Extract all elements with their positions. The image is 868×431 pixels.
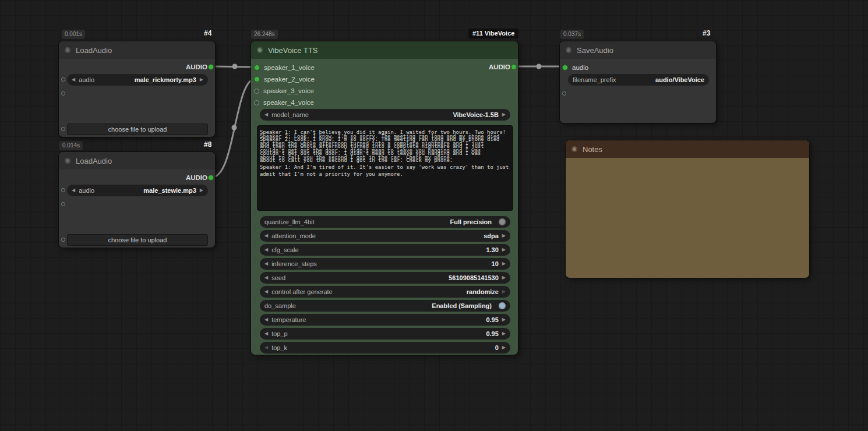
link-midpoint-dot[interactable] [232, 64, 238, 69]
increment-arrow-icon[interactable]: ▶ [502, 262, 506, 266]
widget-value: Full precision [450, 218, 492, 225]
input-socket-speaker-1[interactable] [254, 65, 260, 70]
node-titlebar[interactable]: SaveAudio [560, 41, 716, 59]
increment-arrow-icon[interactable]: ▶ [502, 317, 506, 322]
decrement-arrow-icon[interactable]: ◀ [264, 345, 268, 350]
widget-input-socket[interactable] [562, 91, 566, 96]
input-label: speaker_1_voice [264, 64, 315, 71]
decrement-arrow-icon[interactable]: ◀ [264, 289, 268, 294]
widget-value: sdpa [484, 232, 499, 239]
widget-audio[interactable]: ◀ audio male_stewie.mp3 ▶ [67, 185, 208, 196]
decrement-arrow-icon[interactable]: ◀ [264, 248, 268, 252]
node-saveaudio-3[interactable]: SaveAudio audio filename_prefix audio/Vi… [559, 41, 717, 123]
widget-filename-prefix[interactable]: filename_prefix audio/VibeVoice [568, 74, 709, 86]
node-status-icon [571, 146, 577, 152]
widget-top-p[interactable]: ◀ top_p 0.95 ▶ [260, 328, 510, 340]
increment-arrow-icon[interactable]: ▶ [502, 248, 506, 252]
toggle-on-icon[interactable] [499, 302, 506, 309]
output-label-audio: AUDIO [186, 172, 207, 183]
decrement-arrow-icon[interactable]: ◀ [264, 275, 268, 280]
input-socket-speaker-2[interactable] [254, 76, 260, 82]
output-socket-audio[interactable] [208, 175, 214, 181]
widget-input-socket[interactable] [61, 202, 65, 206]
widget-value: 0.95 [486, 316, 498, 323]
textarea-garbled-region: Speaker 2: Look, I know, I'm so sorry. T… [260, 136, 510, 164]
script-textarea[interactable]: Speaker 1: I can't believe you did it ag… [257, 125, 513, 211]
toggle-off-icon[interactable] [499, 218, 506, 225]
link-midpoint-dot[interactable] [232, 125, 237, 130]
node-titlebar[interactable]: LoadAudio [59, 152, 215, 169]
input-socket-speaker-3[interactable] [254, 89, 259, 94]
input-speaker-4-voice: speaker_4_voice [254, 97, 314, 108]
increment-arrow-icon[interactable]: ▶ [200, 77, 203, 82]
node-titlebar[interactable]: VibeVoice TTS [251, 41, 518, 59]
input-label: speaker_2_voice [264, 76, 315, 83]
increment-arrow-icon[interactable]: ▶ [502, 275, 506, 280]
widget-quantize-llm-4bit[interactable]: quantize_llm_4bit Full precision [260, 216, 510, 228]
widget-do-sample[interactable]: do_sample Enabled (Sampling) [260, 300, 510, 312]
decrement-arrow-icon[interactable]: ◀ [264, 112, 268, 117]
input-socket-speaker-4[interactable] [254, 100, 259, 105]
output-socket-audio[interactable] [511, 64, 517, 70]
link-midpoint-dot[interactable] [537, 64, 542, 69]
widget-label: do_sample [264, 302, 296, 309]
widget-control-after-generate[interactable]: ◀ control after generate randomize ▶ [260, 286, 510, 298]
widget-input-socket[interactable] [61, 188, 65, 192]
decrement-arrow-icon[interactable]: ◀ [264, 262, 268, 266]
decrement-arrow-icon[interactable]: ◀ [264, 234, 268, 238]
link-loadaudio8-to-speaker2[interactable] [212, 79, 256, 177]
decrement-arrow-icon[interactable]: ◀ [264, 317, 268, 322]
node-titlebar[interactable]: Notes [566, 140, 809, 158]
increment-arrow-icon[interactable]: ▶ [502, 289, 506, 294]
increment-arrow-icon[interactable]: ▶ [502, 234, 506, 238]
widget-model-name[interactable]: ◀ model_name VibeVoice-1.5B ▶ [260, 109, 510, 121]
widget-input-socket[interactable] [61, 238, 65, 242]
output-label-audio: AUDIO [489, 61, 510, 73]
link-loadaudio4-to-speaker1[interactable] [212, 66, 256, 67]
widget-value: 0 [495, 344, 499, 351]
widget-inference-steps[interactable]: ◀ inference_steps 10 ▶ [260, 258, 510, 270]
node-loadaudio-8[interactable]: LoadAudio AUDIO ◀ audio male_stewie.mp3 … [58, 151, 216, 248]
widget-label: cfg_scale [271, 246, 298, 253]
widget-audio[interactable]: ◀ audio male_rickmorty.mp3 ▶ [67, 74, 208, 86]
widget-seed[interactable]: ◀ seed 56109085141530 ▶ [260, 272, 510, 284]
widget-value: randomize [467, 288, 499, 295]
choose-file-button[interactable]: choose file to upload [67, 123, 208, 135]
increment-arrow-icon[interactable]: ▶ [200, 188, 203, 193]
input-label: audio [572, 64, 588, 71]
widget-input-socket[interactable] [61, 77, 65, 82]
increment-arrow-icon[interactable]: ▶ [502, 112, 506, 117]
widget-attention-mode[interactable]: ◀ attention_mode sdpa ▶ [260, 230, 510, 242]
node-titlebar[interactable]: LoadAudio [59, 41, 215, 59]
input-speaker-3-voice: speaker_3_voice [254, 85, 314, 97]
widget-temperature[interactable]: ◀ temperature 0.95 ▶ [260, 314, 510, 326]
widget-input-socket[interactable] [61, 127, 65, 131]
execution-time-badge: 0.001s [62, 30, 85, 39]
widget-value: male_rickmorty.mp3 [135, 76, 196, 83]
output-socket-audio[interactable] [208, 64, 214, 70]
execution-time-badge: 26.248s [251, 30, 278, 39]
input-socket-audio[interactable] [562, 65, 568, 70]
widget-label: top_p [271, 330, 288, 337]
increment-arrow-icon[interactable]: ▶ [502, 331, 506, 336]
node-vibevoice-tts-11[interactable]: VibeVoice TTS speaker_1_voice speaker_2_… [250, 41, 518, 355]
decrement-arrow-icon[interactable]: ◀ [72, 188, 75, 193]
widget-input-socket[interactable] [61, 91, 65, 96]
widget-label: audio [79, 76, 94, 83]
node-title: VibeVoice TTS [268, 46, 318, 55]
decrement-arrow-icon[interactable]: ◀ [72, 77, 75, 82]
canvas[interactable]: 0.001s #4 0.014s #8 26.248s #11 VibeVoic… [0, 0, 868, 431]
textarea-line: Speaker 1: And I'm tired of it. It's eas… [260, 164, 510, 178]
increment-arrow-icon[interactable]: ▶ [502, 345, 506, 350]
notes-body[interactable] [566, 158, 809, 278]
node-loadaudio-4[interactable]: LoadAudio AUDIO ◀ audio male_rickmorty.m… [58, 41, 216, 137]
decrement-arrow-icon[interactable]: ◀ [264, 331, 268, 336]
input-speaker-1-voice: speaker_1_voice [254, 62, 315, 73]
widget-value: audio/VibeVoice [655, 76, 704, 83]
node-notes[interactable]: Notes [565, 140, 810, 278]
widget-label: quantize_llm_4bit [264, 218, 315, 225]
choose-file-button[interactable]: choose file to upload [67, 234, 208, 246]
widget-top-k[interactable]: ◀ top_k 0 ▶ [260, 342, 510, 354]
widget-cfg-scale[interactable]: ◀ cfg_scale 1.30 ▶ [260, 244, 510, 256]
widget-value: Enabled (Sampling) [432, 302, 492, 309]
